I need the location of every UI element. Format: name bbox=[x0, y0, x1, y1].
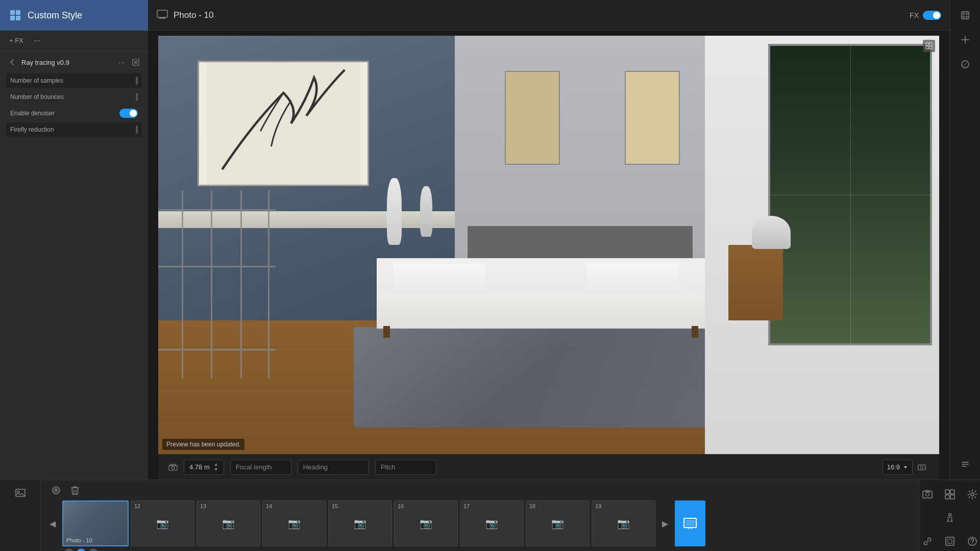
param-row-bounces[interactable]: Number of bounces bbox=[6, 90, 142, 104]
grid-tool-btn[interactable] bbox=[940, 484, 960, 505]
param-row-firefly[interactable]: Firefly reduction bbox=[6, 122, 142, 137]
film-item-16[interactable]: 📷 16 bbox=[394, 500, 458, 546]
svg-rect-28 bbox=[950, 490, 954, 494]
focal-length-field[interactable]: Focal length bbox=[230, 460, 291, 475]
svg-rect-30 bbox=[950, 495, 954, 499]
filmstrip-active-view[interactable] bbox=[675, 500, 705, 546]
svg-rect-29 bbox=[945, 495, 949, 499]
svg-rect-3 bbox=[16, 16, 20, 20]
ray-tracing-section: Ray tracing v0.9 ⋯ Number of samples bbox=[0, 51, 148, 144]
images-panel-btn[interactable] bbox=[13, 485, 28, 500]
custom-style-icon bbox=[8, 8, 22, 22]
back-arrow-icon[interactable] bbox=[6, 56, 18, 68]
ray-tracing-actions: ⋯ bbox=[115, 56, 142, 68]
help-tool-btn[interactable] bbox=[962, 531, 981, 551]
pillow-left bbox=[394, 264, 485, 295]
filmstrip-next-btn[interactable]: ▶ bbox=[657, 519, 673, 529]
distance-down-arrow[interactable]: ▼ bbox=[214, 467, 218, 472]
distance-arrows[interactable]: ▲ ▼ bbox=[214, 462, 218, 472]
film-item-14[interactable]: 📷 14 bbox=[262, 500, 326, 546]
film-item-15[interactable]: 📷 15 bbox=[328, 500, 392, 546]
right-panel-btn-4[interactable] bbox=[954, 453, 976, 475]
right-tools-middle-row bbox=[940, 508, 960, 528]
frame-tool-btn[interactable] bbox=[940, 531, 960, 551]
svg-point-13 bbox=[172, 466, 175, 469]
scene-window-mirror bbox=[768, 44, 932, 345]
right-panel-btn-3[interactable] bbox=[954, 53, 976, 76]
fx-add-button[interactable]: + FX bbox=[6, 35, 27, 46]
aspect-ratio-select[interactable]: 16:9 bbox=[883, 460, 913, 475]
denoiser-toggle[interactable] bbox=[119, 109, 138, 118]
film-label-13: 13 bbox=[200, 503, 206, 509]
capture-btn[interactable] bbox=[49, 483, 63, 497]
fx-toggle-group: FX bbox=[910, 11, 941, 20]
pitch-field[interactable]: Pitch bbox=[375, 460, 436, 475]
svg-rect-27 bbox=[945, 490, 949, 494]
param-slider-bounces[interactable] bbox=[122, 93, 138, 101]
heading-field[interactable]: Heading bbox=[298, 460, 369, 475]
film-label-18: 18 bbox=[529, 503, 535, 509]
aspect-ratio-icon[interactable] bbox=[915, 460, 929, 474]
filmstrip-area: ◀ Photo - 10 📷 12 📷 13 📷 14 📷 bbox=[41, 480, 919, 551]
figure-tool-btn[interactable] bbox=[940, 508, 960, 528]
main-area: Photo - 10 FX bbox=[148, 0, 949, 480]
film-label-15: 15 bbox=[332, 503, 338, 509]
railing bbox=[158, 190, 276, 379]
page-dot-3[interactable]: 3 bbox=[89, 548, 98, 551]
right-bottom-tools bbox=[919, 480, 980, 551]
ray-tracing-reset-icon[interactable] bbox=[130, 56, 142, 68]
svg-rect-23 bbox=[685, 520, 695, 526]
pagination-row: 1 2 3 bbox=[41, 546, 919, 551]
svg-point-25 bbox=[925, 493, 929, 496]
viewport-corner-button[interactable] bbox=[923, 40, 935, 52]
film-item-12[interactable]: 📷 12 bbox=[131, 500, 194, 546]
film-label-14: 14 bbox=[266, 503, 272, 509]
mattress bbox=[377, 258, 705, 329]
param-row-samples[interactable]: Number of samples bbox=[6, 73, 142, 88]
ray-tracing-title-group: Ray tracing v0.9 bbox=[6, 56, 69, 68]
aspect-ratio-value: 16:9 bbox=[887, 463, 900, 471]
param-slider-samples[interactable] bbox=[122, 77, 138, 85]
page-dot-2[interactable]: 2 bbox=[77, 548, 86, 551]
viewport-title: Photo - 10 bbox=[174, 10, 213, 20]
distance-display[interactable]: 4.78 m ▲ ▼ bbox=[184, 460, 224, 475]
fx-toggle-label: FX bbox=[910, 11, 919, 19]
film-camera-icon-19: 📷 bbox=[617, 517, 630, 530]
film-item-17[interactable]: 📷 17 bbox=[460, 500, 524, 546]
svg-rect-5 bbox=[157, 10, 167, 17]
pillow-right bbox=[587, 264, 679, 295]
page-dot-1[interactable]: 1 bbox=[64, 548, 74, 551]
distance-up-arrow[interactable]: ▲ bbox=[214, 462, 218, 467]
duvet bbox=[377, 293, 705, 329]
fx-menu-button[interactable]: ⋯ bbox=[31, 35, 43, 46]
settings-tool-btn[interactable] bbox=[962, 484, 981, 505]
camera-icon-btn[interactable] bbox=[168, 464, 178, 471]
right-panel-fullscreen-btn[interactable] bbox=[954, 4, 976, 27]
link-tool-btn[interactable] bbox=[917, 531, 938, 551]
ray-tracing-menu-icon[interactable]: ⋯ bbox=[115, 56, 128, 68]
left-panel-title: Custom Style bbox=[28, 10, 82, 21]
camera-tool-btn[interactable] bbox=[917, 484, 938, 505]
fx-toggle-switch[interactable] bbox=[923, 11, 941, 20]
svg-point-36 bbox=[972, 543, 973, 544]
svg-point-21 bbox=[55, 489, 57, 491]
bed-leg-fr bbox=[692, 326, 698, 338]
preview-badge: Preview has been updated. bbox=[162, 439, 244, 450]
slider-bar-firefly bbox=[136, 126, 138, 134]
right-panel-btn-2[interactable] bbox=[954, 29, 976, 51]
nightstand bbox=[728, 245, 783, 320]
film-item-label-10: Photo - 10 bbox=[66, 537, 92, 543]
svg-rect-33 bbox=[946, 537, 954, 545]
delete-btn[interactable] bbox=[68, 483, 82, 497]
film-item-19[interactable]: 📷 19 bbox=[592, 500, 655, 546]
film-item-18[interactable]: 📷 18 bbox=[526, 500, 590, 546]
slider-bar-samples bbox=[136, 77, 138, 85]
filmstrip-prev-btn[interactable]: ◀ bbox=[45, 519, 60, 529]
param-slider-firefly[interactable] bbox=[122, 126, 138, 134]
film-item-13[interactable]: 📷 13 bbox=[197, 500, 260, 546]
bottom-area: ◀ Photo - 10 📷 12 📷 13 📷 14 📷 bbox=[0, 480, 980, 551]
film-item-10[interactable]: Photo - 10 bbox=[62, 500, 129, 546]
pitch-placeholder: Pitch bbox=[381, 463, 396, 471]
film-camera-icon-14: 📷 bbox=[288, 517, 301, 530]
param-label-bounces: Number of bounces bbox=[10, 93, 122, 101]
